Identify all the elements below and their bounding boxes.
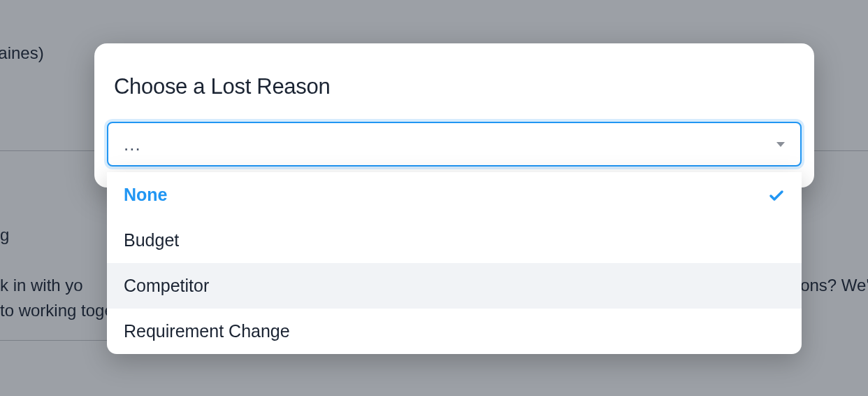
lost-reason-select[interactable]: ...	[107, 122, 802, 167]
dropdown-option-label: Competitor	[124, 276, 209, 296]
dropdown-option-label: Requirement Change	[124, 321, 290, 341]
lost-reason-dropdown: None Budget Competitor Requirement Chang…	[107, 172, 802, 354]
dropdown-option-requirement-change[interactable]: Requirement Change	[107, 309, 802, 354]
caret-down-icon	[776, 142, 785, 147]
dropdown-option-label: Budget	[124, 230, 179, 250]
dropdown-option-budget[interactable]: Budget	[107, 218, 802, 263]
dropdown-option-competitor[interactable]: Competitor	[107, 263, 802, 309]
select-placeholder: ...	[124, 134, 776, 155]
modal-backdrop[interactable]: Choose a Lost Reason ... None Budget	[0, 0, 868, 396]
check-icon	[768, 187, 785, 204]
dropdown-option-label: None	[124, 185, 168, 205]
modal-title: Choose a Lost Reason	[94, 43, 814, 122]
select-wrapper: ... None Budget Competitor Requi	[94, 122, 814, 188]
dropdown-option-none[interactable]: None	[107, 172, 802, 218]
lost-reason-modal: Choose a Lost Reason ... None Budget	[94, 43, 814, 188]
